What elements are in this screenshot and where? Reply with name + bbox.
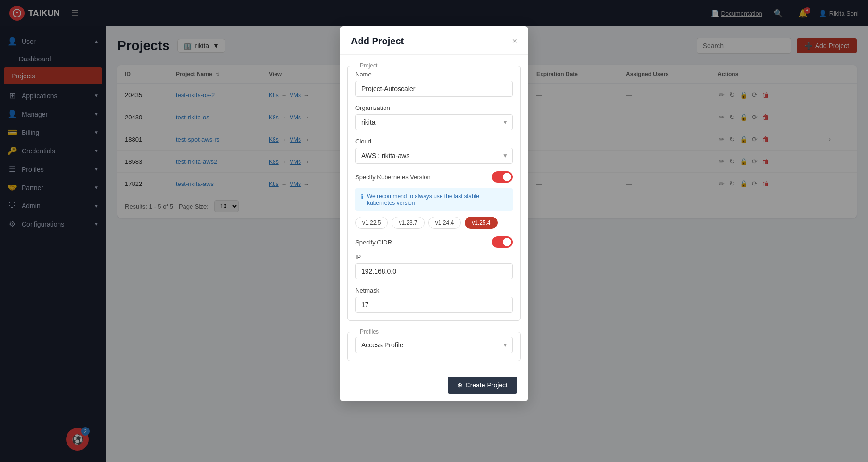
create-plus-icon: ⊕ — [457, 381, 463, 389]
modal-body: Project Name Organization rikita ▼ Cloud — [340, 55, 528, 369]
ip-label: IP — [355, 253, 513, 260]
info-icon: ℹ — [361, 193, 363, 201]
modal-footer: ⊕ Create Project — [340, 369, 528, 401]
version-btn-2[interactable]: v1.23.7 — [392, 217, 424, 229]
k8s-version-toggle-row: Specify Kubernetes Version — [355, 171, 513, 183]
modal-close-button[interactable]: × — [512, 36, 517, 46]
netmask-input[interactable] — [355, 297, 513, 313]
org-label: Organization — [355, 104, 513, 111]
k8s-version-label: Specify Kubernetes Version — [355, 174, 431, 181]
access-profile-group: Access Profile ▼ — [355, 337, 513, 353]
cidr-toggle-row: Specify CIDR — [355, 236, 513, 248]
cidr-toggle[interactable] — [492, 236, 513, 248]
modal-header: Add Project × — [340, 26, 528, 55]
org-select[interactable]: rikita — [355, 114, 513, 130]
netmask-label: Netmask — [355, 287, 513, 294]
modal-title: Add Project — [351, 36, 404, 47]
netmask-field-group: Netmask — [355, 287, 513, 313]
name-field-group: Name — [355, 71, 513, 97]
cloud-select-wrapper: AWS : rikita-aws ▼ — [355, 148, 513, 164]
add-project-modal: Add Project × Project Name Organization … — [340, 26, 528, 401]
access-profile-select[interactable]: Access Profile — [355, 337, 513, 353]
name-label: Name — [355, 71, 513, 78]
k8s-version-buttons: v1.22.5 v1.23.7 v1.24.4 v1.25.4 — [355, 217, 513, 229]
access-profile-wrapper: Access Profile ▼ — [355, 337, 513, 353]
cloud-select[interactable]: AWS : rikita-aws — [355, 148, 513, 164]
org-select-wrapper: rikita ▼ — [355, 114, 513, 130]
version-btn-1[interactable]: v1.22.5 — [355, 217, 388, 229]
project-fieldset: Project Name Organization rikita ▼ Cloud — [347, 62, 521, 321]
profiles-fieldset: Profiles Access Profile ▼ — [347, 328, 521, 361]
ip-field-group: IP — [355, 253, 513, 279]
create-project-button[interactable]: ⊕ Create Project — [448, 377, 517, 394]
profiles-section-label: Profiles — [357, 328, 382, 335]
org-field-group: Organization rikita ▼ — [355, 104, 513, 130]
k8s-version-toggle[interactable] — [492, 171, 513, 183]
cidr-label: Specify CIDR — [355, 239, 392, 246]
k8s-info-text: We recommend to always use the last stab… — [367, 193, 507, 206]
project-section-label: Project — [357, 62, 380, 69]
cloud-field-group: Cloud AWS : rikita-aws ▼ — [355, 138, 513, 164]
k8s-info-box: ℹ We recommend to always use the last st… — [355, 188, 513, 211]
cloud-label: Cloud — [355, 138, 513, 145]
version-btn-4[interactable]: v1.25.4 — [465, 217, 497, 229]
version-btn-3[interactable]: v1.24.4 — [428, 217, 461, 229]
ip-input[interactable] — [355, 263, 513, 279]
name-input[interactable] — [355, 81, 513, 97]
